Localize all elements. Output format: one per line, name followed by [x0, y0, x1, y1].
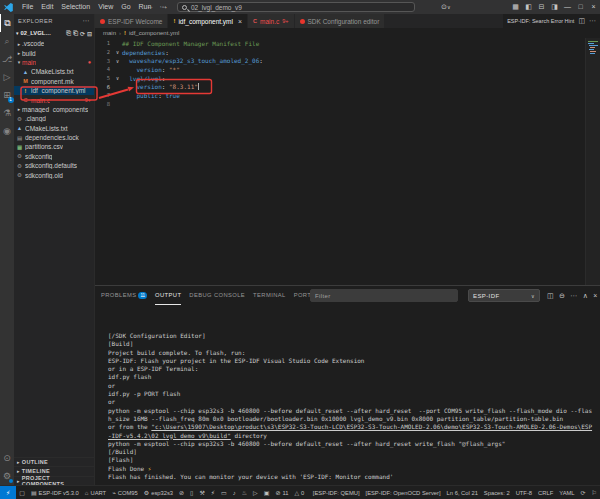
activity-item-account[interactable]: ⊙: [0, 449, 14, 467]
fold-icon[interactable]: ∨: [113, 58, 122, 64]
status-build-flash-monitor[interactable]: ♨: [239, 486, 250, 499]
status-project-folder[interactable]: ▢: [16, 486, 28, 499]
activity-item-source-control[interactable]: ⎇: [0, 50, 14, 68]
tree-item-vscode[interactable]: ▸.vscode: [14, 39, 94, 48]
tree-item-main-c[interactable]: Cmain.c9+: [14, 95, 94, 104]
tree-item-dependencies-lock[interactable]: ▤dependencies.lock: [14, 133, 94, 142]
status-notifications[interactable]: ⚐: [589, 486, 600, 499]
fold-icon[interactable]: ∨: [113, 49, 122, 55]
layout-panel-icon[interactable]: ⊟: [535, 0, 548, 14]
tab-sdk-configuration-editor[interactable]: SDK Configuration editor: [295, 14, 386, 28]
code-line[interactable]: 5∨ lvgl/lvgl:: [95, 74, 600, 83]
menu-selection[interactable]: Selection: [57, 0, 94, 14]
code-line[interactable]: 7 public: true: [95, 91, 600, 100]
menu-file[interactable]: File: [18, 0, 37, 14]
project-section-header[interactable]: ▾ 02_LVGL… ⎘⎗⟳⊟: [14, 27, 94, 39]
status-full-clean[interactable]: ⊘: [176, 486, 187, 499]
output-path-link[interactable]: "c:\Users\15907\Desktop\product\s3\ESP32…: [108, 423, 592, 438]
tree-item-component-mk[interactable]: Mcomponent.mk: [14, 77, 94, 86]
status-build[interactable]: ⚒: [196, 486, 207, 499]
status-esp-idf-version[interactable]: ▤ESP-IDF v5.3.0: [28, 486, 82, 499]
back-arrow-icon[interactable]: ←: [146, 0, 154, 14]
tree-item-clangd[interactable]: ⚙.clangd: [14, 114, 94, 123]
refresh-icon[interactable]: ⟳: [80, 30, 85, 37]
new-folder-icon[interactable]: ⎗: [73, 30, 78, 37]
code-line[interactable]: 8: [95, 100, 600, 109]
section-outline[interactable]: ▸OUTLINE: [14, 457, 94, 467]
close-icon[interactable]: ×: [238, 18, 242, 25]
menu-edit[interactable]: Edit: [37, 0, 57, 14]
status-encoding[interactable]: UTF-8: [513, 486, 535, 499]
tree-item-sdkconfig-old[interactable]: ⚙sdkconfig.old: [14, 170, 94, 179]
status-custom-task[interactable]: ▣: [261, 486, 273, 499]
tree-item-idf-component-yml[interactable]: !idf_component.yml: [14, 86, 94, 95]
status-sync[interactable]: ⟳: [578, 486, 589, 499]
maximize-panel-icon[interactable]: ∧: [583, 292, 589, 300]
tree-item-sdkconfig-defaults[interactable]: ⚙sdkconfig.defaults: [14, 161, 94, 170]
new-file-icon[interactable]: ⎘: [66, 30, 71, 37]
layout-sidebar-left-icon[interactable]: ◧: [522, 0, 535, 14]
close-panel-icon[interactable]: ×: [593, 292, 598, 299]
status-errors[interactable]: ⊘11: [272, 486, 291, 499]
tree-item-partitions-csv[interactable]: ▦partitions.csv: [14, 142, 94, 151]
code-line[interactable]: 4 version: "*": [95, 65, 600, 74]
activity-item-testing[interactable]: ⚗: [0, 104, 14, 122]
activity-item-search[interactable]: ⌕: [0, 32, 14, 50]
status-openocd-server[interactable]: [ESP-IDF: OpenOCD Server]: [363, 486, 444, 499]
tree-item-cmakelists-txt[interactable]: ▲CMakeLists.txt: [14, 67, 94, 76]
code-editor[interactable]: 1## IDF Component Manager Manifest File2…: [95, 38, 600, 285]
menu-go[interactable]: Go: [117, 0, 134, 14]
status-flash[interactable]: ⚡: [208, 486, 218, 499]
code-line[interactable]: 2∨dependencies:: [95, 48, 600, 57]
code-line[interactable]: 1## IDF Component Manager Manifest File: [95, 39, 600, 48]
status-terminal[interactable]: ♪: [230, 486, 239, 499]
profile-button[interactable]: ⊙∨: [441, 0, 451, 14]
status-device-target[interactable]: ⚙esp32s3: [141, 486, 176, 499]
status-language-mode[interactable]: YAML: [556, 486, 577, 499]
search-error-hint-button[interactable]: ESP-IDF: Search Error Hint: [507, 18, 574, 24]
editor-more-icon[interactable]: ⋯: [589, 17, 596, 25]
status-warnings[interactable]: △0: [291, 486, 307, 499]
status-erase-flash[interactable]: ▯: [187, 486, 196, 499]
panel-tab-debug-console[interactable]: DEBUG CONSOLE: [189, 286, 245, 305]
more-actions-icon[interactable]: ⋯: [570, 292, 577, 300]
open-output-in-editor-icon[interactable]: ◫: [547, 292, 554, 300]
panel-tab-output[interactable]: OUTPUT: [155, 286, 181, 305]
section-project-components[interactable]: ▸PROJECT COMPONENTS: [14, 476, 94, 486]
output-filter-input[interactable]: Filter: [310, 289, 458, 302]
tab-esp-idf-welcome[interactable]: ESP-IDF Welcome: [95, 14, 168, 28]
tree-item-build[interactable]: ▸build: [14, 48, 94, 57]
tree-item-sdkconfig[interactable]: ⚙sdkconfig: [14, 152, 94, 161]
status-flash-method[interactable]: ⌂UART: [82, 486, 109, 499]
status-cursor-position[interactable]: Ln 6, Col 21: [444, 486, 481, 499]
output-log[interactable]: [/SDK Configuration Editor][Build]Projec…: [95, 305, 600, 485]
status-qemu[interactable]: [ESP-IDF: QEMU]: [310, 486, 363, 499]
menu-view[interactable]: View: [94, 0, 117, 14]
status-serial-port[interactable]: ⌁COM95: [109, 486, 141, 499]
lock-scroll-icon[interactable]: ⊖: [559, 292, 565, 300]
panel-tab-terminal[interactable]: TERMINAL: [253, 286, 286, 305]
code-line[interactable]: 3∨ waveshare/esp32_s3_touch_amoled_2_06:: [95, 56, 600, 65]
tree-item-main[interactable]: ▾main●: [14, 58, 94, 67]
activity-item-esp-idf[interactable]: ◉: [0, 122, 14, 140]
fold-icon[interactable]: ∨: [113, 75, 122, 81]
tab-main-c[interactable]: Cmain.c9+: [248, 14, 294, 28]
collapse-all-icon[interactable]: ⊟: [87, 30, 92, 37]
layout-sidebar-right-icon[interactable]: ◨: [548, 0, 561, 14]
tab-idf-component-yml[interactable]: !idf_component.yml×: [168, 14, 248, 28]
status-debug[interactable]: ▷: [250, 486, 261, 499]
tree-item-managed-components[interactable]: ▸managed_components: [14, 105, 94, 114]
tree-item-cmakelists-txt[interactable]: ▲CMakeLists.txt: [14, 124, 94, 133]
breadcrumb-file[interactable]: idf_component.yml: [129, 30, 179, 36]
explorer-more-icon[interactable]: ⋯: [83, 17, 90, 25]
maximize-button[interactable]: □: [574, 0, 587, 14]
status-monitor[interactable]: ▭: [218, 486, 230, 499]
activity-item-run-debug[interactable]: ▷: [0, 68, 14, 86]
forward-arrow-icon[interactable]: →: [160, 0, 168, 14]
activity-item-explorer[interactable]: ⧉: [0, 14, 14, 32]
split-editor-icon[interactable]: ◫: [578, 17, 585, 25]
status-indentation[interactable]: Spaces: 2: [481, 486, 513, 499]
status-remote[interactable]: ⚡: [0, 486, 16, 499]
breadcrumb-folder[interactable]: main: [103, 30, 116, 36]
close-button[interactable]: ×: [587, 0, 600, 14]
